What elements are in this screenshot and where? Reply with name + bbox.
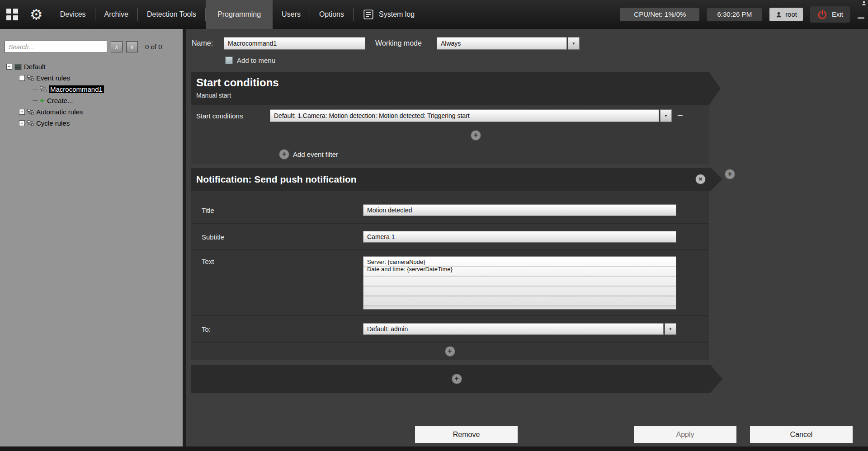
expand-toggle-icon[interactable]: + <box>19 109 25 115</box>
name-row: Name: Working mode Always ▼ <box>192 37 580 50</box>
bottom-strip <box>0 446 868 451</box>
rule-icon <box>27 109 34 115</box>
remove-button[interactable]: Remove <box>415 426 518 443</box>
text-input[interactable]: Server: {cameraNode} Date and time: {ser… <box>363 256 676 310</box>
tree-item-label: Automatic rules <box>36 108 83 116</box>
exit-button[interactable]: Exit <box>810 6 850 23</box>
tree-item-label: Event rules <box>36 74 70 82</box>
tree-item-label: Create... <box>47 97 73 104</box>
macrocommand-editor: Name: Working mode Always ▼ Add to menu … <box>186 29 868 446</box>
tree-item-label: Default <box>24 63 46 70</box>
menu-options[interactable]: Options <box>310 0 353 29</box>
expand-toggle-icon[interactable]: + <box>19 120 25 126</box>
search-next-button[interactable]: ∨ <box>126 41 138 52</box>
tree-item-label: Macrocommand1 <box>49 85 104 93</box>
system-log-button[interactable]: System log <box>354 0 424 29</box>
tree-search-row: ∧ ∨ 0 of 0 <box>5 41 183 53</box>
minimize-dash[interactable] <box>858 17 864 19</box>
cpu-net-status: CPU/Net: 1%/0% <box>620 8 699 21</box>
subtitle-label: Subtitle <box>191 233 363 241</box>
collapse-toggle-icon[interactable]: − <box>19 75 25 81</box>
power-icon <box>817 9 828 20</box>
add-event-filter-row: + Add event filter <box>191 144 709 164</box>
exit-label: Exit <box>832 8 843 21</box>
top-bar-status: CPU/Net: 1%/0% 6:30:26 PM root Exit <box>620 6 850 23</box>
add-to-menu-checkbox[interactable] <box>225 56 233 64</box>
start-condition-dropdown-arrow[interactable]: ▼ <box>660 109 672 122</box>
rule-icon <box>27 120 34 126</box>
to-dropdown-arrow[interactable]: ▼ <box>665 323 676 335</box>
title-row: Title <box>191 197 709 223</box>
tree-item-event-rules[interactable]: − Event rules <box>0 72 183 84</box>
start-conditions-title: Start conditions <box>196 76 721 89</box>
title-label: Title <box>191 207 363 214</box>
add-action-banner: + <box>191 365 722 393</box>
settings-gear-icon[interactable]: ⚙ <box>30 0 43 29</box>
apply-button[interactable]: Apply <box>634 426 736 443</box>
tree-item-automatic-rules[interactable]: + Automatic rules <box>0 106 183 117</box>
add-event-filter-button[interactable]: + <box>279 150 289 159</box>
cancel-button[interactable]: Cancel <box>750 426 853 443</box>
object-tree: − Default − Event rules <box>0 61 183 129</box>
tree-item-default[interactable]: − Default <box>0 61 183 72</box>
user-name: root <box>785 8 797 21</box>
add-recipient-row: + <box>191 342 709 360</box>
menu-detection-tools[interactable]: Detection Tools <box>138 0 205 29</box>
tree-item-create[interactable]: + Create... <box>0 95 183 106</box>
menu-users[interactable]: Users <box>273 0 310 29</box>
apps-grid-icon[interactable] <box>6 9 18 20</box>
title-input[interactable] <box>363 204 676 216</box>
tree-item-cycle-rules[interactable]: + Cycle rules <box>0 117 183 129</box>
user-icon <box>775 11 782 18</box>
remove-action-button[interactable]: × <box>696 174 705 184</box>
menu-archive[interactable]: Archive <box>95 0 137 29</box>
menu-programming[interactable]: Programming <box>206 0 273 29</box>
add-action-beside-button[interactable]: + <box>725 169 735 179</box>
start-conditions-subtitle: Manual start <box>196 92 721 99</box>
server-icon <box>14 64 22 70</box>
add-event-filter-label: Add event filter <box>293 150 338 158</box>
search-input[interactable] <box>5 41 107 53</box>
add-to-menu-row: Add to menu <box>225 56 275 64</box>
add-condition-row: + <box>191 126 709 144</box>
tree-connector <box>32 100 38 101</box>
subtitle-row: Subtitle <box>191 223 709 249</box>
name-label: Name: <box>192 39 224 47</box>
start-condition-row: Start conditions Default: 1.Camera: Moti… <box>191 105 709 126</box>
start-conditions-row-label: Start conditions <box>191 112 270 120</box>
tree-item-label: Cycle rules <box>36 119 70 127</box>
subtitle-input[interactable] <box>363 231 676 243</box>
menu-devices[interactable]: Devices <box>51 0 95 29</box>
working-mode-dropdown[interactable]: Always <box>437 37 567 50</box>
text-row: Text Server: {cameraNode} Date and time:… <box>191 249 709 315</box>
add-condition-button[interactable]: + <box>471 131 481 140</box>
system-log-label: System log <box>379 10 415 19</box>
notification-form: Title Subtitle Text Server: {cameraNode}… <box>191 191 709 360</box>
corner-user-icon[interactable] <box>861 0 867 6</box>
start-condition-dropdown[interactable]: Default: 1.Camera: Motion detection: Mot… <box>270 109 659 122</box>
system-log-icon <box>363 9 374 20</box>
to-label: To: <box>191 325 363 333</box>
working-mode-dropdown-arrow[interactable]: ▼ <box>568 37 580 50</box>
notification-action-banner: Notification: Send push notification × <box>191 168 722 191</box>
start-conditions-panel: Start conditions Default: 1.Camera: Moti… <box>191 105 709 164</box>
rule-icon <box>27 75 34 81</box>
main-menu: Devices Archive Detection Tools Programm… <box>51 0 354 29</box>
user-badge[interactable]: root <box>769 8 803 21</box>
tree-item-macrocommand1[interactable]: Macrocommand1 <box>0 84 183 95</box>
to-dropdown[interactable]: Default: admin <box>363 323 664 335</box>
rule-icon <box>40 86 47 92</box>
to-row: To: Default: admin ▼ <box>191 315 709 342</box>
add-action-button[interactable]: + <box>452 374 462 384</box>
top-bar: ⚙ Devices Archive Detection Tools Progra… <box>0 0 868 29</box>
search-result-counter: 0 of 0 <box>145 43 162 51</box>
text-label: Text <box>191 250 363 265</box>
name-input[interactable] <box>224 37 365 50</box>
search-prev-button[interactable]: ∧ <box>111 41 123 52</box>
working-mode-label: Working mode <box>375 39 437 47</box>
start-conditions-banner: Start conditions Manual start <box>191 72 721 105</box>
remove-condition-button[interactable]: − <box>677 111 683 121</box>
create-plus-icon: + <box>40 98 44 104</box>
collapse-toggle-icon[interactable]: − <box>6 64 12 70</box>
add-recipient-button[interactable]: + <box>445 347 455 356</box>
